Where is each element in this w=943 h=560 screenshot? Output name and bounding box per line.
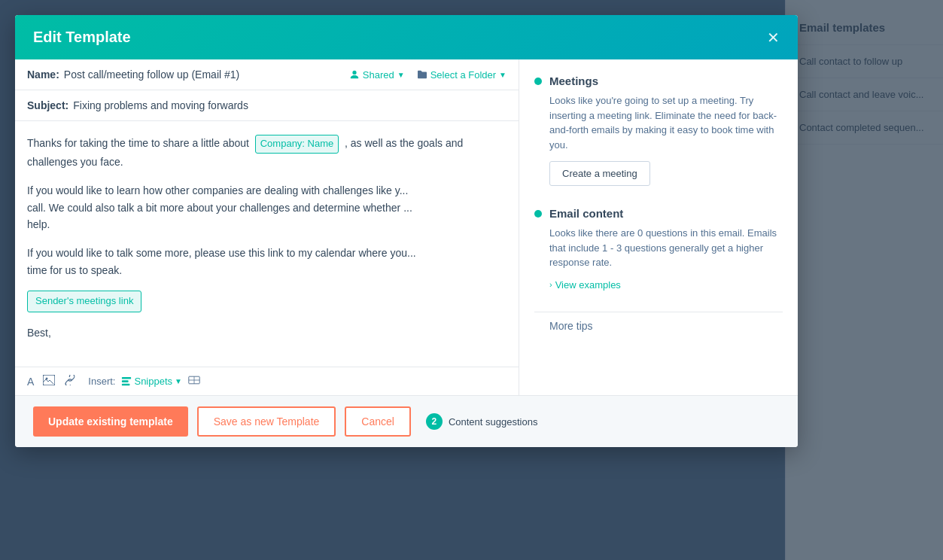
modal-right-panel: Meetings Looks like you're going to set … [519, 59, 798, 395]
image-svg [43, 375, 55, 385]
paragraph-3: If you would like to talk some more, ple… [27, 245, 506, 278]
chevron-down-icon: ▼ [397, 71, 405, 79]
email-content-header: Email content [534, 207, 783, 220]
snippets-icon [121, 376, 132, 387]
toolbar-insert: Insert: Snippets ▼ [88, 375, 200, 388]
editor-area[interactable]: Thanks for taking the time to share a li… [15, 121, 519, 367]
table-icon [188, 375, 200, 385]
modal-footer: Update existing template Save as new Tem… [15, 395, 798, 447]
link-icon[interactable] [64, 375, 76, 388]
meetings-link-token[interactable]: Sender's meetings link [27, 291, 141, 312]
subject-value: Fixing problems and moving forwards [73, 99, 248, 111]
snippets-label: Snippets [134, 376, 172, 387]
create-meeting-button[interactable]: Create a meeting [549, 161, 650, 186]
editor-content: Thanks for taking the time to share a li… [27, 135, 506, 341]
more-insert-icon[interactable] [188, 375, 200, 388]
more-tips-label: More tips [549, 320, 593, 332]
subject-label: Subject: [27, 99, 68, 111]
email-content-suggestion: Email content Looks like there are 0 que… [534, 207, 783, 291]
meetings-suggestion: Meetings Looks like you're going to set … [534, 75, 783, 186]
view-examples-button[interactable]: › View examples [549, 279, 621, 291]
company-name-token[interactable]: Company: Name [255, 135, 339, 154]
meetings-suggestion-header: Meetings [534, 75, 783, 87]
link-svg [64, 375, 76, 385]
paragraph-2: If you would like to learn how other com… [27, 182, 506, 233]
template-name-row: Name: Post call/meeting follow up (Email… [15, 59, 519, 90]
meetings-body: Looks like you're going to set up a meet… [549, 93, 783, 152]
shared-button[interactable]: Shared ▼ [349, 69, 405, 81]
suggestions-panel: Meetings Looks like you're going to set … [519, 59, 798, 395]
view-examples-label: View examples [555, 279, 621, 291]
badge-count: 2 [426, 413, 443, 430]
modal-title: Edit Template [33, 29, 131, 46]
modal-overlay: Edit Template ✕ Name: Post call/meeting … [0, 0, 943, 560]
content-suggestions-badge: 2 Content suggestions [426, 413, 538, 430]
select-folder-label: Select a Folder [430, 69, 496, 81]
font-size-icon[interactable]: A [27, 376, 34, 388]
name-value: Post call/meeting follow up (Email #1) [64, 68, 349, 81]
chevron-down-icon: ▼ [499, 71, 506, 79]
chevron-right-icon: › [549, 280, 552, 289]
toolbar-left: A [27, 375, 76, 388]
email-content-bullet [534, 210, 542, 218]
more-tips-section: More tips [534, 312, 783, 339]
meetings-title: Meetings [549, 75, 598, 87]
cancel-button[interactable]: Cancel [345, 406, 411, 437]
svg-rect-3 [122, 380, 129, 382]
badge-label: Content suggestions [449, 416, 538, 428]
subject-row: Subject: Fixing problems and moving forw… [15, 90, 519, 121]
email-content-body: Looks like there are 0 questions in this… [549, 226, 783, 270]
save-new-template-button[interactable]: Save as new Template [197, 406, 336, 437]
name-actions: Shared ▼ Select a Folder ▼ [349, 69, 506, 81]
image-icon[interactable] [43, 375, 55, 388]
shared-label: Shared [363, 69, 394, 81]
modal-body: Name: Post call/meeting follow up (Email… [15, 59, 798, 395]
modal-header: Edit Template ✕ [15, 15, 798, 59]
meetings-bullet [534, 78, 542, 85]
svg-rect-4 [122, 383, 130, 385]
folder-icon [417, 70, 427, 79]
select-folder-button[interactable]: Select a Folder ▼ [417, 69, 506, 81]
update-template-button[interactable]: Update existing template [33, 406, 188, 437]
editor-toolbar: A [15, 367, 519, 395]
chevron-down-icon: ▼ [175, 377, 182, 385]
modal-left-panel: Name: Post call/meeting follow up (Email… [15, 59, 519, 395]
insert-label: Insert: [88, 376, 115, 387]
sign-off: Best, [27, 324, 506, 341]
close-button[interactable]: ✕ [767, 30, 780, 45]
svg-rect-2 [122, 377, 131, 379]
user-icon [349, 69, 360, 80]
snippets-button[interactable]: Snippets ▼ [121, 376, 182, 387]
edit-template-modal: Edit Template ✕ Name: Post call/meeting … [15, 15, 798, 447]
paragraph-1: Thanks for taking the time to share a li… [27, 135, 506, 170]
email-content-title: Email content [549, 207, 623, 220]
name-label: Name: [27, 68, 59, 81]
para1-before: Thanks for taking the time to share a li… [27, 137, 249, 149]
